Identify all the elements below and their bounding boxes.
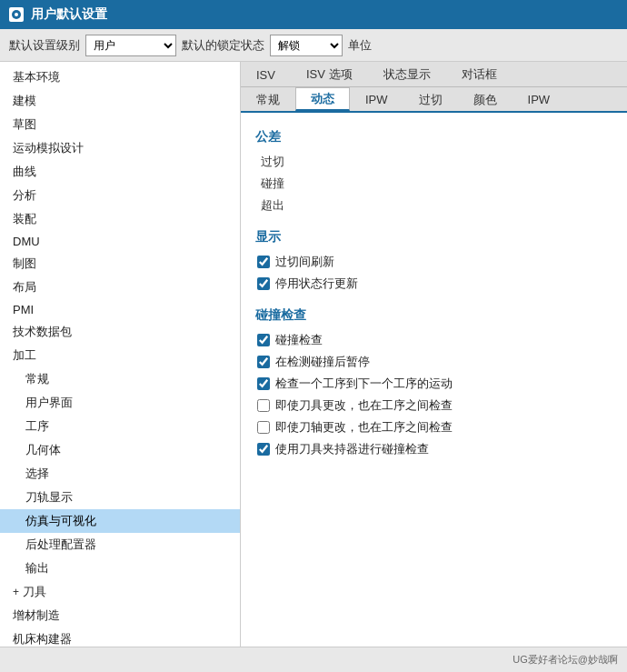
section-collision-header: 碰撞检查 [255, 307, 612, 326]
sidebar-item-machbuilder[interactable]: 机床构建器 [0, 627, 240, 647]
sidebar-item-machining[interactable]: 加工 [0, 344, 240, 367]
checkbox-pause-collision-input[interactable] [257, 356, 270, 368]
status-text: UG爱好者论坛@妙哉啊 [513, 653, 618, 667]
sidebar-item-tools[interactable]: + 刀具 [0, 580, 240, 604]
checkbox-tool-change-input[interactable] [257, 399, 270, 412]
checkbox-use-holder[interactable]: 使用刀具夹持器进行碰撞检查 [255, 438, 612, 460]
tab-ipw[interactable]: IPW [350, 87, 403, 111]
tab-dynamic[interactable]: 动态 [295, 87, 350, 111]
sidebar-item-simulation[interactable]: 仿真与可视化 [0, 509, 240, 533]
sidebar-item-toolpath[interactable]: 刀轨显示 [0, 486, 240, 509]
checkbox-use-holder-input[interactable] [257, 443, 270, 456]
tab-isvopts[interactable]: ISV 选项 [291, 62, 368, 86]
checkbox-axis-change-label: 即使刀轴更改，也在工序之间检查 [275, 419, 453, 436]
sidebar-item-curve[interactable]: 曲线 [0, 160, 240, 184]
section-tolerance-header: 公差 [255, 129, 612, 147]
checkbox-refresh-input[interactable] [257, 256, 270, 268]
window-title: 用户默认设置 [31, 6, 107, 23]
sidebar-item-addmfg[interactable]: 增材制造 [0, 604, 240, 627]
sidebar-item-userui[interactable]: 用户界面 [0, 391, 240, 415]
checkbox-check-motion-input[interactable] [257, 377, 270, 390]
checkbox-axis-change-input[interactable] [257, 421, 270, 434]
checkbox-stop-update-label: 停用状态行更新 [275, 276, 358, 292]
sidebar-item-selection[interactable]: 选择 [0, 462, 240, 486]
tab-overcut[interactable]: 过切 [403, 87, 458, 111]
checkbox-axis-change[interactable]: 即使刀轴更改，也在工序之间检查 [255, 416, 612, 438]
svg-point-1 [15, 13, 18, 16]
sidebar-item-geometry[interactable]: 几何体 [0, 438, 240, 462]
lock-select[interactable]: 解锁 锁定 [270, 35, 343, 56]
sidebar-item-analysis[interactable]: 分析 [0, 184, 240, 207]
checkbox-collision-check[interactable]: 碰撞检查 [255, 329, 612, 351]
content-scroll: 公差 过切 碰撞 超出 显示 过切间刷新 停用状态行更新 碰撞检查 碰撞检查 [241, 113, 627, 647]
sidebar-item-motion[interactable]: 运动模拟设计 [0, 136, 240, 160]
level-label: 默认设置级别 [9, 37, 80, 54]
tolerance-collision[interactable]: 碰撞 [255, 173, 612, 195]
checkbox-tool-change-label: 即使刀具更改，也在工序之间检查 [275, 397, 453, 414]
sidebar-item-drawing[interactable]: 制图 [0, 252, 240, 276]
main-layout: 基本环境 建模 草图 运动模拟设计 曲线 分析 装配 DMU 制图 布局 PMI… [0, 62, 627, 647]
lock-label: 默认的锁定状态 [182, 37, 264, 54]
tab-dialog[interactable]: 对话框 [446, 62, 513, 86]
unit-label: 单位 [348, 37, 372, 54]
tab-color[interactable]: 颜色 [458, 87, 513, 111]
checkbox-stop-update-input[interactable] [257, 277, 270, 290]
checkbox-pause-collision-label: 在检测碰撞后暂停 [275, 354, 370, 370]
sidebar-item-model[interactable]: 建模 [0, 89, 240, 113]
checkbox-refresh[interactable]: 过切间刷新 [255, 251, 612, 273]
checkbox-tool-change[interactable]: 即使刀具更改，也在工序之间检查 [255, 395, 612, 416]
title-bar: 用户默认设置 [0, 0, 627, 29]
tab-row-2: 常规 动态 IPW 过切 颜色 IPW [241, 87, 627, 113]
sidebar-item-layout[interactable]: 布局 [0, 276, 240, 299]
checkbox-collision-check-label: 碰撞检查 [275, 332, 323, 348]
checkbox-check-motion[interactable]: 检查一个工序到下一个工序的运动 [255, 373, 612, 395]
sidebar-item-normal[interactable]: 常规 [0, 367, 240, 391]
checkbox-collision-check-input[interactable] [257, 334, 270, 346]
checkbox-refresh-label: 过切间刷新 [275, 254, 334, 270]
content-area: ISV ISV 选项 状态显示 对话框 常规 动态 IPW 过切 颜色 IPW … [241, 62, 627, 647]
sidebar-item-process[interactable]: 工序 [0, 415, 240, 438]
sidebar-item-sketch[interactable]: 草图 [0, 113, 240, 136]
checkbox-check-motion-label: 检查一个工序到下一个工序的运动 [275, 376, 453, 392]
sidebar-item-dmu[interactable]: DMU [0, 231, 240, 252]
plus-icon: + [13, 586, 19, 598]
toolbar: 默认设置级别 用户 站点 组 默认的锁定状态 解锁 锁定 单位 [0, 29, 627, 62]
tab-ipw2[interactable]: IPW [513, 87, 566, 111]
sidebar-item-basic[interactable]: 基本环境 [0, 65, 240, 89]
tab-row-1: ISV ISV 选项 状态显示 对话框 [241, 62, 627, 87]
sidebar-item-postproc[interactable]: 后处理配置器 [0, 533, 240, 557]
tab-isv[interactable]: ISV [241, 62, 291, 86]
section-display-header: 显示 [255, 229, 612, 247]
checkbox-use-holder-label: 使用刀具夹持器进行碰撞检查 [275, 441, 429, 457]
level-select[interactable]: 用户 站点 组 [85, 35, 176, 56]
sidebar-item-assembly[interactable]: 装配 [0, 207, 240, 231]
sidebar-item-pmi[interactable]: PMI [0, 299, 240, 320]
app-icon [9, 7, 24, 22]
tab-general[interactable]: 常规 [241, 87, 295, 111]
sidebar-item-techdata[interactable]: 技术数据包 [0, 320, 240, 344]
tolerance-exceed[interactable]: 超出 [255, 195, 612, 216]
tab-statusdisp[interactable]: 状态显示 [368, 62, 446, 86]
sidebar-item-output[interactable]: 输出 [0, 557, 240, 580]
sidebar: 基本环境 建模 草图 运动模拟设计 曲线 分析 装配 DMU 制图 布局 PMI… [0, 62, 241, 647]
tolerance-overcut[interactable]: 过切 [255, 151, 612, 173]
checkbox-stop-update[interactable]: 停用状态行更新 [255, 273, 612, 295]
checkbox-pause-collision[interactable]: 在检测碰撞后暂停 [255, 351, 612, 373]
status-bar: UG爱好者论坛@妙哉啊 [0, 647, 627, 672]
